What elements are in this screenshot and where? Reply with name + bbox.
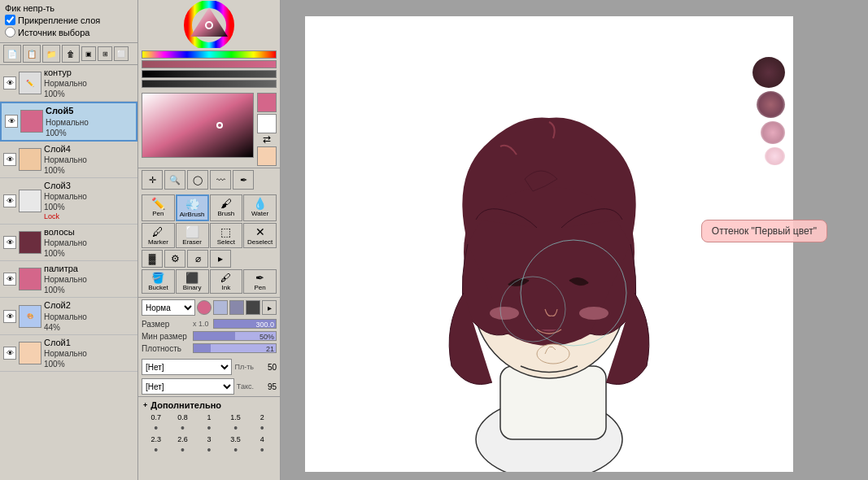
ink-tool[interactable]: 🖋 Ink xyxy=(210,269,243,294)
color-picker-canvas[interactable] xyxy=(142,93,254,158)
min-size-slider[interactable]: 50% xyxy=(193,331,277,341)
layer-eye-kontur[interactable]: 👁 xyxy=(3,76,16,89)
layer-thumb-palitra xyxy=(19,268,41,290)
layer-eye-sloy1[interactable]: 👁 xyxy=(3,347,16,360)
layer-eye-palitra[interactable]: 👁 xyxy=(3,273,16,286)
dots-dot-4[interactable]: • xyxy=(249,443,275,456)
flatten-button[interactable]: ⊞ xyxy=(98,46,112,61)
water-tool[interactable]: 💧 Water xyxy=(243,194,277,221)
layer-mode-kontur: Нормально xyxy=(44,78,134,89)
layer-mode-palitra: Нормально xyxy=(44,274,134,285)
deselect-label: Deselect xyxy=(247,238,273,246)
smear-tool-button[interactable]: ⌀ xyxy=(187,250,208,268)
density-label: Плотность xyxy=(142,344,190,353)
dropdown-value-1: 50 xyxy=(256,363,277,372)
eraser-tool[interactable]: ⬜ Eraser xyxy=(176,223,209,248)
pen-tool-button[interactable]: ✒ xyxy=(233,170,254,190)
pen2-tool[interactable]: ✒ Pen xyxy=(243,269,277,294)
layer-info-sloy1: Слой1 Нормально 100% xyxy=(44,337,134,369)
dots-dot-3[interactable]: • xyxy=(196,443,222,456)
color-dot-pink[interactable] xyxy=(197,300,212,315)
color-wheel-svg xyxy=(140,1,278,48)
new-layer-button[interactable]: 📄 xyxy=(3,45,21,63)
more-colors-button[interactable]: ▸ xyxy=(262,300,277,315)
select-tool[interactable]: ⬚ Select xyxy=(210,223,243,248)
blend-tool-button[interactable]: ⚙ xyxy=(164,250,185,268)
color-sliders-area xyxy=(138,49,280,91)
layer-eye-sloy3[interactable]: 👁 xyxy=(3,194,16,207)
layer-item-sloy5[interactable]: 👁 Слой5 Нормально 100% xyxy=(0,102,137,141)
pen-tool[interactable]: ✏️ Pen xyxy=(142,194,175,221)
brush-tool[interactable]: 🖌 Brush xyxy=(210,194,243,221)
hue-slider-bar[interactable] xyxy=(142,50,277,59)
delete-layer-button[interactable]: 🗑 xyxy=(62,45,80,63)
pen2-icon: ✒ xyxy=(255,272,264,284)
dots-dot-15[interactable]: • xyxy=(223,421,249,434)
layer-item-sloy3[interactable]: 👁 Слой3 Нормально 100% Lock xyxy=(0,178,137,225)
dots-dot-07[interactable]: • xyxy=(143,421,169,434)
merge-button[interactable]: ▣ xyxy=(81,46,96,61)
layer-eye-sloy2[interactable]: 👁 xyxy=(3,310,16,323)
dots-dot-08[interactable]: • xyxy=(170,421,196,434)
size-slider[interactable]: 300.0 xyxy=(213,319,277,329)
val-slider-bar[interactable] xyxy=(142,70,277,78)
zoom-tool-button[interactable]: 🔍 xyxy=(164,170,185,190)
dots-dot-26[interactable]: • xyxy=(170,443,196,456)
drawing-canvas[interactable] xyxy=(305,16,793,472)
color-swatch-black[interactable] xyxy=(246,300,260,315)
layer-item-sloy2[interactable]: 👁 🎨 Слой2 Нормально 44% xyxy=(0,298,137,334)
ink-icon: 🖋 xyxy=(220,272,231,284)
layer-info-sloy5: Слой5 Нормально 100% xyxy=(46,105,133,137)
snap-layer-checkbox[interactable] xyxy=(5,15,15,25)
snap-layer-label[interactable]: Прикрепление слоя xyxy=(5,15,133,25)
copy-layer-button[interactable]: 📋 xyxy=(23,45,41,63)
dark-slider-bar[interactable] xyxy=(142,80,277,88)
additional-expand-icon[interactable]: + xyxy=(143,401,147,409)
layer-eye-sloy4[interactable]: 👁 xyxy=(3,153,16,166)
lasso-button[interactable]: 〰 xyxy=(210,170,231,190)
layer-thumb-volosy xyxy=(19,231,41,254)
foreground-color[interactable] xyxy=(257,93,277,112)
swap-colors-button[interactable]: ⇄ xyxy=(257,133,277,145)
dots-val-1: 1 • xyxy=(196,413,222,434)
dots-dot-23[interactable]: • xyxy=(143,443,169,456)
dots-dot-2[interactable]: • xyxy=(249,421,275,434)
layer-item-sloy1[interactable]: 👁 Слой1 Нормально 100% xyxy=(0,335,137,372)
brush-samples xyxy=(752,57,785,165)
layer-item-palitra[interactable]: 👁 палитра Нормально 100% xyxy=(0,261,137,298)
dropdown-select-2[interactable]: [Нет] xyxy=(142,378,234,395)
circle-select-button[interactable]: ◯ xyxy=(187,170,208,190)
dots-dot-1[interactable]: • xyxy=(196,421,222,434)
marker-tool[interactable]: 🖊 Marker xyxy=(142,223,175,248)
layer-thumb-sloy5 xyxy=(20,110,43,133)
additional-section: + Дополнительно 0.7 • 0.8 • 1 • 1.5 • 2 xyxy=(138,396,280,460)
source-label[interactable]: Источник выбора xyxy=(5,27,133,37)
bucket-tool[interactable]: 🪣 Bucket xyxy=(142,269,175,294)
folder-button[interactable]: 📁 xyxy=(42,45,60,63)
move-tool-button[interactable]: ✛ xyxy=(142,170,163,190)
binary-tool[interactable]: ⬛ Binary xyxy=(176,269,209,294)
blend-mode-select[interactable]: Норма xyxy=(142,299,195,316)
layer-item-volosy[interactable]: 👁 волосы Нормально 100% xyxy=(0,225,137,261)
color-swatch-blue[interactable] xyxy=(213,300,228,315)
fix-opacity-label[interactable]: Фик непр-ть xyxy=(5,3,133,13)
layer-mode-sloy5: Нормально xyxy=(46,117,133,128)
layer-item-sloy4[interactable]: 👁 Слой4 Нормально 100% xyxy=(0,142,137,178)
color-swatch-dark[interactable] xyxy=(229,300,244,315)
source-radio[interactable] xyxy=(5,27,15,37)
layer-item-kontur[interactable]: 👁 ✏️ контур Нормально 100% xyxy=(0,65,137,102)
tool-grid-row1: ✏️ Pen 💨 AirBrush 🖌 Brush 💧 Water xyxy=(142,194,277,221)
airbrush-tool[interactable]: 💨 AirBrush xyxy=(176,194,209,221)
background-color[interactable] xyxy=(257,114,277,133)
deselect-tool[interactable]: ✕ Deselect xyxy=(243,223,277,248)
layer-eye-sloy5[interactable]: 👁 xyxy=(5,115,18,128)
dropdown-select-1[interactable]: [Нет] xyxy=(142,359,232,375)
density-slider[interactable]: 21 xyxy=(193,343,277,353)
extra-tool-button[interactable]: ▸ xyxy=(210,250,231,268)
sat-slider-bar[interactable] xyxy=(142,60,277,68)
layer-thumb-sloy4 xyxy=(19,148,41,171)
layer-mask-button[interactable]: ⬜ xyxy=(114,46,129,61)
dots-dot-35[interactable]: • xyxy=(223,443,249,456)
layer-eye-volosy[interactable]: 👁 xyxy=(3,236,16,249)
fill-tool-button[interactable]: ▓ xyxy=(142,250,163,268)
